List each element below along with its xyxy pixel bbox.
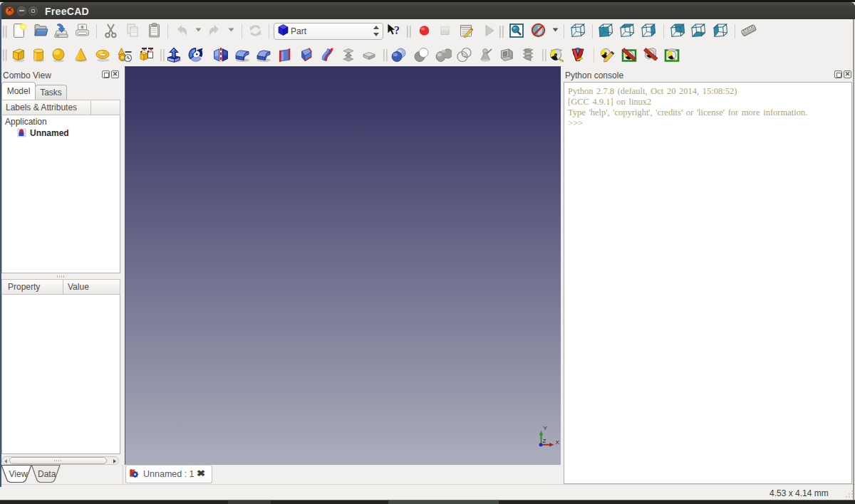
svg-text:Z: Z	[543, 438, 546, 444]
svg-text:?: ?	[394, 24, 400, 36]
svg-text:View: View	[9, 469, 28, 479]
svg-text:Y: Y	[544, 425, 548, 431]
svg-text:X: X	[556, 439, 560, 446]
svg-text:Data: Data	[38, 469, 56, 479]
